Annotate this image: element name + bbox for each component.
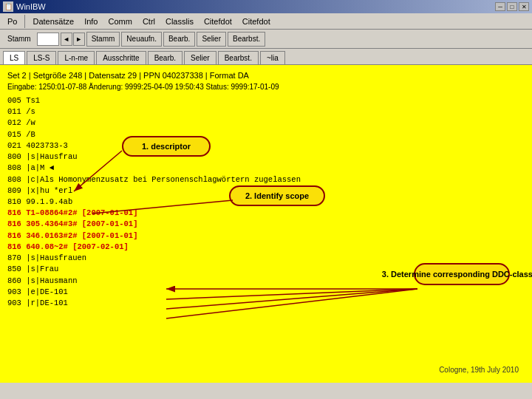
data-line-l7: 808 |a|M ◄ (7, 163, 525, 174)
menu-separator-1 (24, 15, 25, 28)
content-wrapper: Set 2 | Setgröße 248 | Datensatz 29 | PP… (7, 71, 525, 377)
menu-item-classlis[interactable]: Classlis (161, 16, 198, 27)
tab-l-n-me[interactable]: L-n-me (58, 51, 95, 64)
toolbar-input[interactable] (37, 33, 59, 46)
tab-lia[interactable]: ~lia (260, 51, 285, 64)
data-line-l14: 816 640.08~2# [2007-02-01] (7, 242, 525, 253)
data-line-l13: 816 346.0163#2# [2007-01-01] (7, 231, 525, 242)
toolbar-nav: ◄ ► (61, 33, 85, 46)
tab-ls[interactable]: LS (3, 51, 25, 64)
menu-item-ctrl[interactable]: Ctrl (138, 16, 160, 27)
data-line-l3: 012 /w (7, 117, 525, 129)
menu-item-comm[interactable]: Comm (103, 16, 136, 27)
title-bar-text: WinIBW (16, 2, 495, 11)
info-line: Eingabe: 1250:01-07-88 Änderung: 9999:25… (7, 83, 525, 91)
menu-item-citefdot1[interactable]: Citefdot (200, 16, 236, 27)
toolbar-btn-selier[interactable]: Selier (197, 32, 226, 47)
data-line-l18: 903 |e|DE-101 (7, 287, 525, 298)
main-area: Set 2 | Setgröße 248 | Datensatz 29 | PP… (0, 65, 532, 383)
annotation-descriptor: 1. descriptor (122, 136, 211, 157)
title-bar: 📋 WinIBW ─ □ ✕ (0, 0, 532, 13)
menu-bar: Po Datensätze Info Comm Ctrl Classlis Ci… (0, 13, 532, 30)
tab-bearbst[interactable]: Bearbst. (218, 51, 259, 64)
menu-item-po[interactable]: Po (3, 16, 21, 27)
data-line-l2: 011 /s (7, 106, 525, 117)
menu-item-citefdot2[interactable]: Citefdot (238, 16, 275, 27)
minimize-button[interactable]: ─ (495, 2, 505, 11)
toolbar-label: Stamm (3, 33, 35, 44)
annotation-determine-ddc: 3. Determine corresponding DDC-classes (414, 263, 510, 285)
toolbar-btn-neuaufn[interactable]: Neuaufn. (121, 32, 162, 47)
annotation-identify-scope: 2. Identify scope (229, 185, 325, 206)
toolbar-btn-stamm[interactable]: Stamm (86, 32, 120, 47)
tab-ausschritte[interactable]: Ausschritte (96, 51, 146, 64)
data-line-l12: 816 305.4364#3# [2007-01-01] (7, 219, 525, 230)
data-line-l6: 800 |s|Hausfrau (7, 151, 525, 163)
data-line-l8: 808 |c|Als Homonymenzusatz bei Personens… (7, 174, 525, 185)
status-bar: Cologne, 19th July 2010 (439, 366, 519, 374)
toolbar-btn-bearbst[interactable]: Bearbst. (228, 32, 265, 47)
header-line: Set 2 | Setgröße 248 | Datensatz 29 | PP… (7, 71, 525, 80)
maximize-button[interactable]: □ (507, 2, 517, 11)
toolbar: Stamm ◄ ► Stamm Neuaufn. Bearb. Selier B… (0, 30, 532, 49)
title-bar-icon: 📋 (3, 1, 13, 12)
data-line-l4: 015 /B (7, 129, 525, 140)
toolbar-btn-bearb[interactable]: Bearb. (163, 32, 195, 47)
menu-item-info[interactable]: Info (80, 16, 102, 27)
data-line-l11: 816 T1–08864#2# [2007-01-01] (7, 208, 525, 219)
tab-bearb[interactable]: Bearb. (148, 51, 183, 64)
nav-next-button[interactable]: ► (73, 33, 85, 46)
data-line-l19: 903 |r|DE-101 (7, 298, 525, 309)
tab-ls-s[interactable]: LS-S (27, 51, 56, 64)
data-line-l1: 005 Ts1 (7, 95, 525, 106)
nav-prev-button[interactable]: ◄ (61, 33, 72, 46)
menu-item-datensatze[interactable]: Datensätze (28, 16, 78, 27)
data-line-l5: 021 4023733-3 (7, 140, 525, 151)
data-line-l15: 870 |s|Hausfrauen (7, 253, 525, 264)
tab-bar: LS LS-S L-n-me Ausschritte Bearb. Selier… (0, 49, 532, 65)
close-button[interactable]: ✕ (519, 2, 529, 11)
title-bar-buttons: ─ □ ✕ (495, 2, 529, 11)
tab-selier[interactable]: Selier (184, 51, 216, 64)
